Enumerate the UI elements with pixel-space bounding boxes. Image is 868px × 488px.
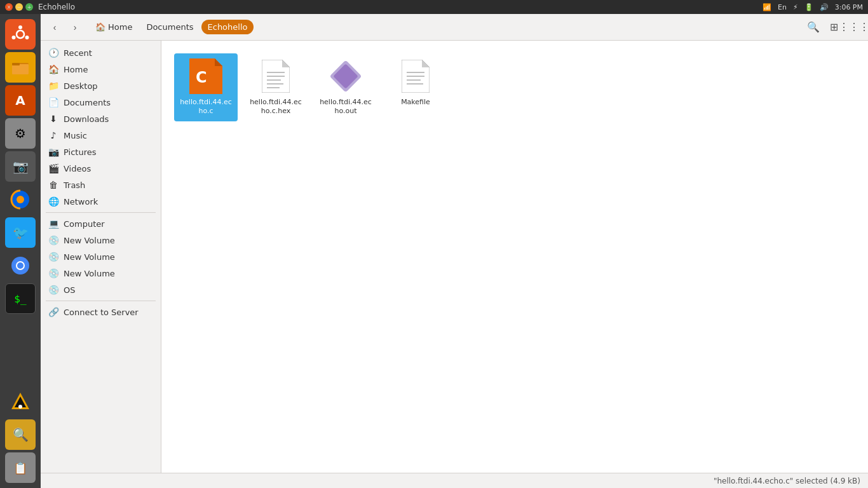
svg-point-15 — [18, 405, 22, 409]
taskbar-settings-icon[interactable]: ⚙ — [5, 118, 36, 149]
taskbar-chromium-icon[interactable] — [5, 250, 36, 281]
taskbar-font-icon[interactable]: A — [5, 85, 36, 116]
search-button[interactable]: 🔍 — [804, 18, 822, 36]
taskbar-terminal-icon[interactable]: $_ — [5, 283, 36, 314]
downloads-icon: ⬇ — [48, 114, 58, 124]
close-button[interactable]: × — [5, 3, 13, 11]
sidebar-item-desktop[interactable]: 📁 Desktop — [41, 78, 161, 94]
svg-point-3 — [25, 36, 29, 39]
sidebar-divider-1 — [46, 212, 156, 213]
taskbar-screenshot-icon[interactable]: 📷 — [5, 151, 36, 182]
home-sidebar-icon: 🏠 — [48, 64, 58, 74]
svg-point-9 — [17, 196, 24, 203]
svg-rect-6 — [12, 64, 29, 74]
taskbar-vlc-icon[interactable] — [5, 386, 36, 417]
sidebar-label-network: Network — [64, 197, 153, 207]
sidebar-label-videos: Videos — [64, 164, 153, 173]
sidebar-item-music[interactable]: ♪ Music — [41, 127, 161, 144]
c-file-icon: C — [189, 58, 222, 94]
sidebar-label-documents: Documents — [64, 98, 153, 107]
taskbar-scanner-icon[interactable]: 📋 — [5, 452, 36, 483]
file-name-hello-hex: hello.ftdi.44.echo.c.hex — [249, 98, 302, 116]
makefile-icon — [402, 60, 430, 93]
svg-text:C: C — [196, 69, 207, 86]
sidebar-label-pictures: Pictures — [64, 147, 153, 157]
taskbar-files-icon[interactable] — [5, 52, 36, 83]
file-name-hello-c: hello.ftdi.44.echo.c — [179, 98, 233, 116]
sidebar-item-newvolume3[interactable]: 💿 New Volume — [41, 265, 161, 281]
svg-point-2 — [18, 25, 22, 29]
sidebar-label-connect: Connect to Server — [64, 308, 153, 317]
file-icon-wrapper-hello-out — [328, 58, 363, 94]
file-icon-wrapper-hello-hex — [258, 58, 294, 94]
back-button[interactable]: ‹ — [46, 18, 64, 36]
sidebar-item-os[interactable]: 💿 OS — [41, 281, 161, 298]
svg-marker-17 — [215, 58, 222, 66]
file-item-hello-out[interactable]: hello.ftdi.44.echo.out — [314, 53, 377, 121]
forward-button[interactable]: › — [66, 18, 84, 36]
sidebar-label-newvolume1: New Volume — [64, 236, 153, 245]
taskbar-ubuntu-icon[interactable] — [5, 19, 36, 50]
sidebar-label-newvolume2: New Volume — [64, 252, 153, 262]
sidebar-label-desktop: Desktop — [64, 81, 153, 91]
file-area: C hello.ftdi.44.echo.c — [161, 41, 868, 473]
newvolume1-icon: 💿 — [48, 235, 58, 245]
taskbar: A ⚙ 📷 🐦 — [0, 14, 41, 488]
svg-point-12 — [17, 262, 24, 269]
newvolume2-icon: 💿 — [48, 252, 58, 262]
sidebar-item-pictures[interactable]: 📷 Pictures — [41, 144, 161, 160]
lang-indicator[interactable]: En — [778, 3, 787, 11]
svg-point-4 — [12, 36, 16, 39]
connect-icon: 🔗 — [48, 307, 58, 317]
sidebar-item-downloads[interactable]: ⬇ Downloads — [41, 111, 161, 127]
home-icon: 🏠 — [95, 22, 105, 32]
videos-icon: 🎬 — [48, 163, 58, 173]
breadcrumb-documents[interactable]: Documents — [140, 20, 200, 34]
taskbar-search-icon[interactable]: 🔍 — [5, 419, 36, 450]
file-item-hello-c[interactable]: C hello.ftdi.44.echo.c — [174, 53, 238, 121]
main-content: 🕐 Recent 🏠 Home 📁 Desktop 📄 Documents ⬇ — [41, 41, 868, 473]
desktop-icon: 📁 — [48, 81, 58, 91]
toolbar-actions: 🔍 ⊞ ⋮⋮⋮ — [804, 18, 863, 36]
breadcrumb-home-label: Home — [108, 22, 132, 32]
clock: 3:06 PM — [835, 3, 863, 11]
sidebar-label-os: OS — [64, 285, 153, 295]
battery-icon: 🔋 — [804, 3, 813, 11]
sidebar-label-newvolume3: New Volume — [64, 269, 153, 278]
sidebar-item-network[interactable]: 🌐 Network — [41, 193, 161, 210]
sidebar-item-documents[interactable]: 📄 Documents — [41, 94, 161, 111]
breadcrumb-home[interactable]: 🏠 Home — [89, 20, 139, 34]
breadcrumb-documents-label: Documents — [146, 22, 193, 32]
sidebar-label-music: Music — [64, 131, 153, 140]
sidebar-item-videos[interactable]: 🎬 Videos — [41, 160, 161, 177]
topbar-right: 📶 En ⚡ 🔋 🔊 3:06 PM — [763, 3, 863, 11]
sidebar-item-trash[interactable]: 🗑 Trash — [41, 177, 161, 193]
newvolume3-icon: 💿 — [48, 268, 58, 278]
menu-button[interactable]: ⋮⋮⋮ — [845, 18, 863, 36]
sidebar: 🕐 Recent 🏠 Home 📁 Desktop 📄 Documents ⬇ — [41, 41, 161, 473]
sidebar-item-newvolume1[interactable]: 💿 New Volume — [41, 232, 161, 248]
taskbar-firefox-icon[interactable] — [5, 184, 36, 215]
documents-icon: 📄 — [48, 97, 58, 107]
wifi-icon: 📶 — [763, 3, 771, 11]
file-icon-wrapper-hello-c: C — [188, 58, 224, 94]
taskbar-fish-icon[interactable]: 🐦 — [5, 217, 36, 248]
sidebar-item-computer[interactable]: 💻 Computer — [41, 215, 161, 232]
sidebar-item-recent[interactable]: 🕐 Recent — [41, 44, 161, 61]
minimize-button[interactable]: − — [15, 3, 23, 11]
status-text: "hello.ftdi.44.echo.c" selected (4.9 kB) — [714, 477, 860, 485]
sidebar-item-home[interactable]: 🏠 Home — [41, 61, 161, 78]
maximize-button[interactable]: + — [25, 3, 33, 11]
window-controls[interactable]: × − + — [5, 3, 33, 11]
sidebar-label-trash: Trash — [64, 180, 153, 190]
bluetooth-icon: ⚡ — [793, 3, 798, 11]
breadcrumb-echohello[interactable]: Echohello — [201, 20, 254, 34]
file-item-makefile[interactable]: Makefile — [384, 53, 447, 121]
file-item-hello-hex[interactable]: hello.ftdi.44.echo.c.hex — [244, 53, 308, 121]
file-name-makefile: Makefile — [401, 98, 430, 107]
recent-icon: 🕐 — [48, 48, 58, 58]
sidebar-label-computer: Computer — [64, 219, 153, 229]
sidebar-item-connect[interactable]: 🔗 Connect to Server — [41, 304, 161, 320]
sidebar-item-newvolume2[interactable]: 💿 New Volume — [41, 248, 161, 265]
os-icon: 💿 — [48, 285, 58, 295]
